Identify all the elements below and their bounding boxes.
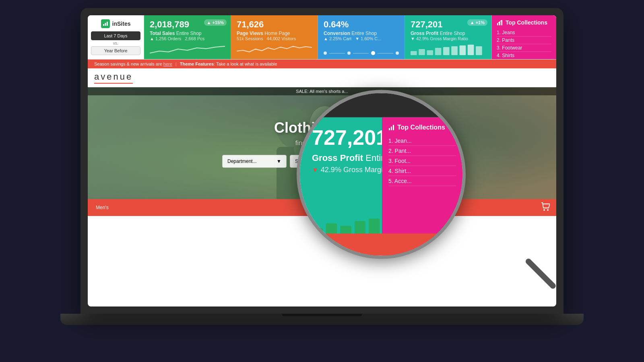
announcement-text: Season savings & new arrivals are here	[94, 62, 172, 66]
svg-point-29	[448, 247, 449, 249]
laptop-body: inSites Last 7 Days vs. Year Before 2,01…	[80, 8, 564, 314]
page-views-value: 71,626	[237, 19, 312, 30]
department-placeholder: Department...	[227, 158, 257, 164]
list-item: 4. Shirt...	[388, 166, 456, 176]
svg-point-23	[547, 209, 549, 211]
svg-rect-3	[411, 51, 417, 55]
svg-rect-8	[451, 46, 458, 55]
insites-logo-text: inSites	[112, 21, 131, 27]
insites-logo: inSites	[101, 19, 131, 28]
svg-rect-6	[435, 48, 442, 55]
list-item: 3. Footwear	[497, 44, 551, 52]
svg-rect-26	[393, 125, 394, 130]
dashboard-bar: inSites Last 7 Days vs. Year Before 2,01…	[88, 15, 556, 60]
svg-rect-11	[476, 46, 482, 55]
last7-button[interactable]: Last 7 Days	[91, 31, 140, 40]
total-sales-label: Total Sales Entire Shop	[150, 31, 225, 36]
top-collections-title: Top Collections	[506, 19, 547, 26]
magnify-mens-nav: Men's	[308, 241, 323, 248]
svg-point-30	[452, 247, 453, 249]
page-views-sublabel: 51k Sessions 44,002 Visitors	[237, 36, 312, 41]
store-announcement: Season savings & new arrivals are here |…	[88, 60, 556, 68]
insites-icon	[101, 19, 110, 28]
top-collections-card[interactable]: Top Collections 1. Jeans 2. Pants 3. Foo…	[492, 15, 556, 59]
gross-profit-chart	[411, 43, 486, 55]
magnify-right-header: Top Collections	[388, 124, 456, 131]
svg-rect-12	[497, 23, 498, 25]
page-views-label: Page Views Home Page	[237, 31, 312, 36]
nav-mens-link[interactable]: Men's	[94, 200, 110, 215]
magnify-overlay: 727,201 ▲ +1% Gross Profit Entire Shop ▼…	[297, 90, 466, 259]
svg-rect-14	[501, 20, 502, 25]
date-toggle: Last 7 Days vs. Year Before	[91, 31, 140, 55]
magnify-bar-chart-icon	[388, 124, 395, 131]
magnify-cart-icon	[445, 239, 454, 250]
gross-profit-badge: ▲ +1%	[467, 19, 487, 26]
gross-profit-label: Gross Profit Entire Shop	[411, 31, 486, 36]
magnify-collections-list: 1. Jean... 2. Pant... 3. Foot... 4. Shir…	[388, 136, 456, 186]
magnify-collections-title: Top Collections	[397, 124, 445, 131]
department-select[interactable]: Department... ▼	[222, 155, 287, 168]
svg-point-27	[430, 240, 436, 246]
announcement-link[interactable]: here	[163, 62, 172, 66]
vs-label: vs.	[91, 41, 140, 45]
arrow-down-icon: ▼	[312, 166, 318, 173]
list-item: 3. Foot...	[388, 156, 456, 166]
bar-chart-icon	[497, 19, 503, 26]
magnify-handle	[524, 257, 556, 290]
conversion-value: 0.64%	[324, 19, 399, 30]
svg-rect-5	[427, 50, 433, 55]
total-sales-card[interactable]: 2,018,789 ▲ +15% Total Sales Entire Shop…	[144, 15, 231, 59]
top-collections-header: Top Collections	[497, 19, 551, 26]
svg-rect-25	[391, 127, 392, 130]
list-item: 2. Pant...	[388, 146, 456, 156]
gross-profit-sublabel: ▼ 42.9% Gross Margin Ratio	[411, 36, 486, 41]
list-item: 4. Shirts	[497, 52, 551, 60]
svg-point-22	[543, 209, 545, 211]
total-sales-sublabel: ▲ 1,256 Orders 2,668 Pcs	[150, 36, 225, 41]
magnify-search-icon	[429, 239, 438, 250]
gross-profit-card[interactable]: 727,201 ▲ +1% Gross Profit Entire Shop ▼…	[405, 15, 492, 59]
store-logo: avenue	[94, 72, 133, 84]
svg-rect-4	[419, 49, 425, 55]
list-item: 1. Jeans	[497, 29, 551, 37]
svg-rect-10	[468, 45, 474, 55]
page-views-card[interactable]: 71,626 Page Views Home Page 51k Sessions…	[231, 15, 318, 59]
metric-cards: 2,018,789 ▲ +15% Total Sales Entire Shop…	[144, 15, 492, 59]
list-item: 2. Pants	[497, 37, 551, 44]
insites-logo-section: inSites Last 7 Days vs. Year Before	[88, 15, 144, 59]
announcement-divider: |	[175, 62, 177, 66]
conversion-sublabel: ▲ 2.25% Cart ▼ 1.60% C...	[324, 36, 399, 41]
conversion-card[interactable]: 0.64% Conversion Entire Shop ▲ 2.25% Car…	[318, 15, 405, 59]
chevron-down-icon: ▼	[277, 158, 281, 164]
svg-line-28	[436, 245, 438, 248]
list-item: 5. Acce...	[388, 176, 456, 186]
conversion-chart	[324, 51, 399, 55]
svg-rect-2	[107, 22, 108, 26]
svg-rect-0	[103, 24, 104, 26]
list-item: 1. Jean...	[388, 136, 456, 146]
svg-rect-9	[460, 45, 466, 55]
total-sales-badge: ▲ +15%	[204, 19, 227, 26]
total-sales-chart	[150, 43, 225, 55]
page-views-chart	[237, 43, 312, 55]
svg-rect-1	[105, 23, 106, 26]
svg-rect-7	[443, 47, 450, 55]
theme-features-text: Theme Features: Take a look at what is a…	[180, 62, 277, 66]
conversion-label: Conversion Entire Shop	[324, 31, 399, 36]
magnify-nav-icons	[429, 239, 454, 250]
store-nav: avenue	[88, 68, 556, 87]
year-before-button[interactable]: Year Before	[91, 46, 140, 55]
laptop-keyboard	[60, 314, 584, 325]
cart-icon[interactable]	[541, 202, 550, 213]
magnify-bottom-nav: Men's	[300, 234, 462, 256]
svg-rect-24	[389, 128, 390, 130]
laptop-screen: inSites Last 7 Days vs. Year Before 2,01…	[88, 15, 556, 306]
laptop-container: inSites Last 7 Days vs. Year Before 2,01…	[60, 8, 584, 354]
